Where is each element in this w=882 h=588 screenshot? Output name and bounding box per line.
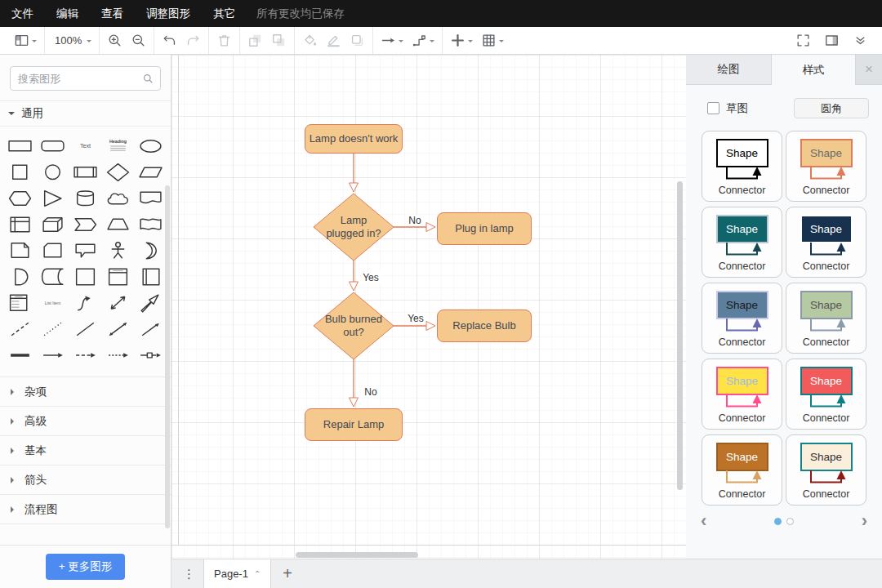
node-start[interactable]: Lamp doesn't work	[305, 124, 403, 154]
style-card-10[interactable]: ShapeConnector	[786, 434, 866, 506]
palette-shape-diamond[interactable]	[102, 159, 135, 185]
add-page-button[interactable]: +	[271, 564, 304, 583]
insert-table-button[interactable]	[477, 29, 508, 51]
palette-shape-callout[interactable]	[69, 238, 101, 264]
menu-item-2[interactable]: 查看	[90, 0, 135, 27]
style-card-7[interactable]: ShapeConnector	[702, 359, 782, 430]
more-shapes-button[interactable]: + 更多图形	[46, 554, 126, 580]
style-card-5[interactable]: ShapeConnector	[702, 283, 782, 354]
palette-shape-and[interactable]	[3, 264, 36, 290]
palette-shape-arrow-link[interactable]	[36, 342, 69, 368]
diagram-canvas[interactable]: Lamp doesn't workLamp plugged in?Plug in…	[172, 55, 686, 559]
tab-diagram[interactable]: 绘图	[686, 55, 771, 84]
sidebar-section-1[interactable]: 高级	[0, 407, 171, 436]
next-page-icon[interactable]: ›	[862, 514, 867, 528]
palette-shape-container[interactable]	[69, 264, 101, 290]
palette-shape-hexagon[interactable]	[3, 185, 36, 212]
palette-shape-double-arrow-line[interactable]	[102, 316, 135, 342]
palette-shape-tape[interactable]	[135, 212, 167, 238]
view-toggle-button[interactable]	[10, 29, 41, 51]
palette-shape-step[interactable]	[69, 212, 101, 238]
page-tab[interactable]: Page-1 ⌃	[203, 559, 271, 588]
palette-shape-data-storage[interactable]	[36, 264, 69, 290]
pages-menu-icon[interactable]: ⋮	[172, 567, 203, 581]
palette-shape-arrow-line[interactable]	[135, 316, 167, 342]
waypoints-button[interactable]	[408, 29, 439, 51]
palette-shape-heading[interactable]: Heading	[102, 133, 135, 159]
palette-shape-dashed-line[interactable]	[3, 316, 36, 342]
connection-button[interactable]	[376, 29, 408, 51]
zoom-out-button[interactable]	[127, 29, 150, 51]
style-card-4[interactable]: ShapeConnector	[786, 207, 866, 278]
palette-shape-triangle[interactable]	[36, 185, 69, 212]
insert-button[interactable]	[446, 29, 477, 51]
palette-shape-square[interactable]	[3, 159, 36, 185]
style-card-9[interactable]: ShapeConnector	[702, 434, 782, 506]
palette-shape-bidirectional-arrow[interactable]	[102, 290, 135, 316]
palette-shape-rectangle[interactable]	[3, 133, 36, 159]
sidebar-scrollbar[interactable]	[165, 185, 170, 528]
palette-shape-ellipse[interactable]	[135, 133, 167, 159]
close-panel-button[interactable]: ×	[856, 55, 882, 84]
palette-shape-internal-storage[interactable]	[3, 212, 36, 238]
palette-shape-card[interactable]	[36, 238, 69, 264]
palette-shape-titled-container[interactable]	[102, 264, 135, 290]
palette-shape-line[interactable]	[69, 316, 101, 342]
tab-style[interactable]: 样式	[771, 55, 856, 85]
palette-shape-connector-link[interactable]	[135, 342, 167, 368]
palette-shape-text[interactable]: Text	[69, 133, 101, 159]
palette-shape-list-item[interactable]: List Item	[36, 290, 69, 316]
node-plug[interactable]: Plug in lamp	[437, 212, 532, 245]
page-dot-2[interactable]	[786, 518, 794, 525]
sidebar-section-2[interactable]: 基本	[0, 436, 171, 466]
palette-shape-dashed-edge[interactable]	[69, 342, 101, 368]
sidebar-section-3[interactable]: 箭头	[0, 466, 171, 495]
prev-page-icon[interactable]: ‹	[701, 514, 706, 528]
palette-shape-rounded-rectangle[interactable]	[36, 133, 69, 159]
collapse-toolbar-button[interactable]	[849, 29, 872, 51]
style-card-3[interactable]: ShapeConnector	[702, 207, 782, 278]
palette-shape-vertical-container[interactable]	[135, 264, 167, 290]
sidebar-section-general[interactable]: 通用	[0, 101, 171, 127]
page-dot-1[interactable]	[774, 518, 782, 525]
palette-shape-actor[interactable]	[102, 238, 135, 264]
edge[interactable]	[350, 154, 359, 192]
palette-shape-curve[interactable]	[69, 290, 101, 316]
node-q2[interactable]: Bulb burned out?	[321, 292, 386, 359]
sidebar-section-0[interactable]: 杂项	[0, 377, 171, 407]
edge[interactable]	[350, 261, 359, 291]
palette-shape-note[interactable]	[3, 238, 36, 264]
palette-shape-dotted-line[interactable]	[36, 316, 69, 342]
palette-shape-or[interactable]	[135, 238, 167, 264]
node-repair[interactable]: Repair Lamp	[305, 408, 403, 441]
palette-shape-parallelogram[interactable]	[135, 159, 167, 185]
palette-shape-trapezoid[interactable]	[102, 212, 135, 238]
style-card-8[interactable]: ShapeConnector	[786, 359, 866, 430]
search-input[interactable]	[10, 66, 161, 91]
style-card-6[interactable]: ShapeConnector	[786, 283, 866, 354]
palette-shape-cylinder[interactable]	[69, 185, 101, 212]
canvas-vertical-scrollbar[interactable]	[677, 181, 683, 490]
palette-shape-process[interactable]	[69, 159, 101, 185]
sidebar-section-4[interactable]: 流程图	[0, 495, 171, 524]
sketch-checkbox[interactable]: 草图	[707, 101, 748, 116]
menu-item-4[interactable]: 其它	[202, 0, 247, 27]
palette-shape-cloud[interactable]	[102, 185, 135, 212]
node-q1[interactable]: Lamp plugged in?	[321, 194, 386, 261]
style-card-1[interactable]: ShapeConnector	[702, 131, 782, 202]
undo-button[interactable]	[158, 29, 181, 51]
menu-item-1[interactable]: 编辑	[45, 0, 90, 27]
fullscreen-button[interactable]	[791, 29, 815, 51]
palette-shape-labeled-edge[interactable]	[102, 342, 135, 368]
palette-shape-arrow[interactable]	[135, 290, 167, 316]
rounded-button[interactable]: 圆角	[794, 98, 869, 118]
zoom-select-button[interactable]: 100%	[48, 31, 96, 50]
palette-shape-link[interactable]	[3, 342, 36, 368]
edge[interactable]	[350, 359, 359, 407]
menu-item-0[interactable]: 文件	[0, 0, 45, 27]
palette-shape-cube[interactable]	[36, 212, 69, 238]
palette-shape-circle[interactable]	[36, 159, 69, 185]
canvas-horizontal-scrollbar[interactable]	[296, 552, 418, 558]
style-card-2[interactable]: ShapeConnector	[786, 131, 866, 202]
zoom-in-button[interactable]	[103, 29, 127, 51]
